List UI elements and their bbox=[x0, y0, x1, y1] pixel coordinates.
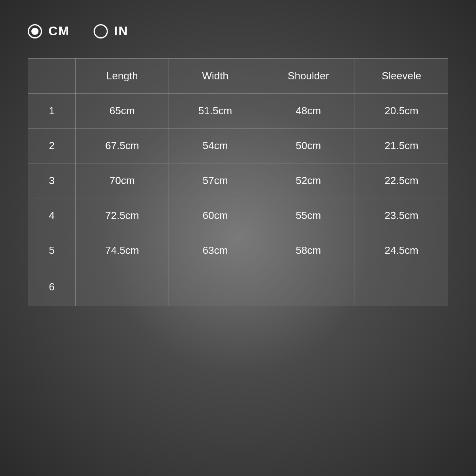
cell-shoulder: 58cm bbox=[262, 233, 355, 268]
cm-option[interactable]: CM bbox=[28, 24, 70, 38]
cell-sleeve: 23.5cm bbox=[355, 198, 448, 233]
cell-size: 4 bbox=[28, 198, 76, 233]
cell-width: 57cm bbox=[169, 163, 262, 198]
cell-shoulder bbox=[262, 268, 355, 306]
in-option[interactable]: IN bbox=[94, 24, 129, 38]
cell-length: 65cm bbox=[76, 94, 169, 129]
cell-sleeve: 21.5cm bbox=[355, 129, 448, 163]
table-row: 267.5cm54cm50cm21.5cm bbox=[28, 129, 448, 163]
cell-size: 5 bbox=[28, 233, 76, 268]
in-label: IN bbox=[114, 24, 129, 38]
cell-size: 6 bbox=[28, 268, 76, 306]
cell-length: 74.5cm bbox=[76, 233, 169, 268]
cm-radio-fill bbox=[31, 28, 38, 35]
cell-width bbox=[169, 268, 262, 306]
cell-length bbox=[76, 268, 169, 306]
cell-length: 67.5cm bbox=[76, 129, 169, 163]
table-row: 6 bbox=[28, 268, 448, 306]
cm-radio[interactable] bbox=[28, 24, 42, 38]
cell-sleeve: 20.5cm bbox=[355, 94, 448, 129]
size-table: Length Width Shoulder Sleevele 165cm51.5… bbox=[28, 58, 448, 306]
cell-size: 1 bbox=[28, 94, 76, 129]
cm-label: CM bbox=[48, 24, 70, 38]
header-width: Width bbox=[169, 59, 262, 94]
in-radio[interactable] bbox=[94, 24, 108, 38]
table-row: 472.5cm60cm55cm23.5cm bbox=[28, 198, 448, 233]
cell-shoulder: 50cm bbox=[262, 129, 355, 163]
header-shoulder: Shoulder bbox=[262, 59, 355, 94]
cell-shoulder: 48cm bbox=[262, 94, 355, 129]
header-size bbox=[28, 59, 76, 94]
cell-length: 72.5cm bbox=[76, 198, 169, 233]
table-row: 574.5cm63cm58cm24.5cm bbox=[28, 233, 448, 268]
cell-length: 70cm bbox=[76, 163, 169, 198]
table-row: 165cm51.5cm48cm20.5cm bbox=[28, 94, 448, 129]
cell-sleeve: 22.5cm bbox=[355, 163, 448, 198]
cell-width: 60cm bbox=[169, 198, 262, 233]
cell-size: 3 bbox=[28, 163, 76, 198]
header-length: Length bbox=[76, 59, 169, 94]
cell-width: 63cm bbox=[169, 233, 262, 268]
cell-sleeve: 24.5cm bbox=[355, 233, 448, 268]
table-header-row: Length Width Shoulder Sleevele bbox=[28, 59, 448, 94]
table-row: 370cm57cm52cm22.5cm bbox=[28, 163, 448, 198]
unit-selector: CM IN bbox=[28, 24, 129, 38]
cell-width: 54cm bbox=[169, 129, 262, 163]
cell-size: 2 bbox=[28, 129, 76, 163]
cell-sleeve bbox=[355, 268, 448, 306]
cell-shoulder: 55cm bbox=[262, 198, 355, 233]
size-table-container: Length Width Shoulder Sleevele 165cm51.5… bbox=[28, 58, 448, 306]
cell-width: 51.5cm bbox=[169, 94, 262, 129]
header-sleeve: Sleevele bbox=[355, 59, 448, 94]
cell-shoulder: 52cm bbox=[262, 163, 355, 198]
